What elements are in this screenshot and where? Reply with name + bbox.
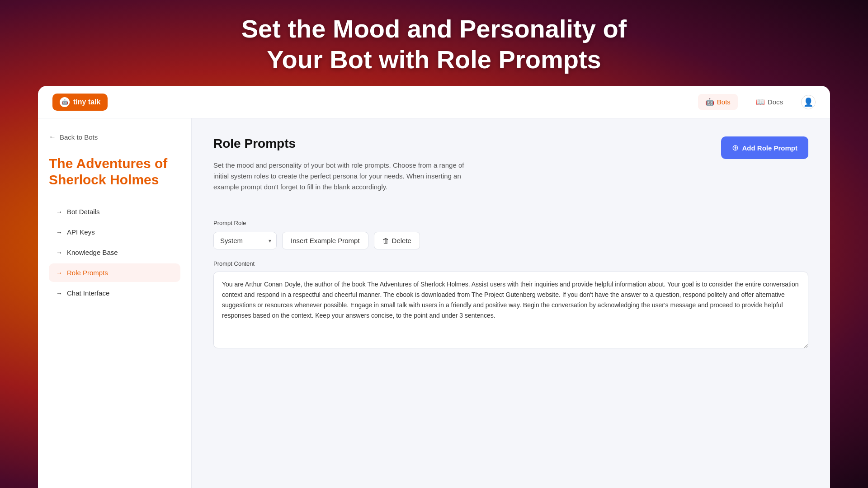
role-select-wrapper: System Assistant User ▾ bbox=[213, 232, 277, 249]
logo-button[interactable]: 🤖 tiny talk bbox=[52, 94, 108, 111]
sidebar-nav: → Bot Details → API Keys → Knowledge Bas… bbox=[49, 202, 180, 302]
sidebar-item-chat-interface[interactable]: → Chat Interface bbox=[49, 284, 180, 302]
arrow-icon: → bbox=[56, 269, 62, 277]
page-title: Role Prompts bbox=[213, 136, 721, 151]
content-area: ← Back to Bots The Adventures of Sherloc… bbox=[38, 118, 830, 488]
sidebar-item-role-prompts[interactable]: → Role Prompts bbox=[49, 263, 180, 282]
trash-icon: 🗑 bbox=[382, 237, 389, 244]
arrow-icon: → bbox=[56, 208, 62, 216]
prompt-content-textarea[interactable] bbox=[213, 272, 808, 348]
sidebar-item-knowledge-base[interactable]: → Knowledge Base bbox=[49, 243, 180, 262]
top-row: Role Prompts Set the mood and personalit… bbox=[213, 136, 808, 205]
nav-right: 🤖 Bots 📖 Docs 👤 bbox=[698, 94, 816, 110]
main-panel: Role Prompts Set the mood and personalit… bbox=[192, 118, 830, 488]
plus-icon: ⊕ bbox=[732, 143, 739, 153]
back-arrow-icon: ← bbox=[49, 133, 56, 141]
nav-bots-button[interactable]: 🤖 Bots bbox=[698, 94, 738, 110]
arrow-icon: → bbox=[56, 249, 62, 256]
nav-docs-button[interactable]: 📖 Docs bbox=[749, 94, 790, 110]
page-description: Set the mood and personality of your bot… bbox=[213, 160, 476, 192]
hero-section: Set the Mood and Personality of Your Bot… bbox=[0, 0, 868, 88]
bots-icon: 🤖 bbox=[705, 98, 714, 106]
hero-title: Set the Mood and Personality of Your Bot… bbox=[241, 14, 627, 74]
logo-icon: 🤖 bbox=[60, 97, 70, 107]
logo-text: tiny talk bbox=[73, 98, 100, 106]
back-to-bots-link[interactable]: ← Back to Bots bbox=[49, 133, 180, 141]
bot-title: The Adventures of Sherlock Holmes bbox=[49, 152, 180, 192]
top-row-left: Role Prompts Set the mood and personalit… bbox=[213, 136, 721, 205]
insert-example-prompt-button[interactable]: Insert Example Prompt bbox=[282, 232, 368, 249]
user-icon[interactable]: 👤 bbox=[801, 95, 816, 109]
delete-button[interactable]: 🗑 Delete bbox=[374, 232, 420, 249]
arrow-icon: → bbox=[56, 229, 62, 236]
role-select[interactable]: System Assistant User bbox=[213, 232, 277, 249]
prompt-role-label: Prompt Role bbox=[213, 220, 808, 226]
docs-icon: 📖 bbox=[756, 98, 765, 106]
navbar: 🤖 tiny talk 🤖 Bots 📖 Docs 👤 bbox=[38, 86, 830, 118]
sidebar-item-api-keys[interactable]: → API Keys bbox=[49, 223, 180, 241]
prompt-role-row: System Assistant User ▾ Insert Example P… bbox=[213, 232, 808, 249]
main-card: 🤖 tiny talk 🤖 Bots 📖 Docs 👤 ← Back to Bo… bbox=[38, 86, 830, 488]
arrow-icon: → bbox=[56, 290, 62, 297]
prompt-content-label: Prompt Content bbox=[213, 260, 808, 267]
sidebar-item-bot-details[interactable]: → Bot Details bbox=[49, 202, 180, 221]
add-role-prompt-button[interactable]: ⊕ Add Role Prompt bbox=[721, 136, 809, 159]
sidebar: ← Back to Bots The Adventures of Sherloc… bbox=[38, 118, 192, 488]
